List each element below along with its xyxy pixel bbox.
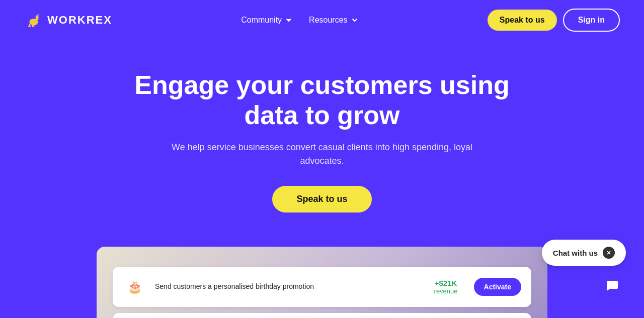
revenue-amount: +$21K [434, 279, 458, 287]
logo-text: WORKREX [47, 14, 112, 27]
promo-card: 🎂 Send customers a personalised birthday… [113, 267, 531, 307]
chevron-down-icon [351, 16, 359, 24]
promo-cards-list: 🎂 Send customers a personalised birthday… [113, 267, 531, 318]
card-revenue: +$21K revenue [434, 279, 458, 295]
revenue-label: revenue [434, 287, 458, 295]
nav-community[interactable]: Community [241, 16, 293, 25]
hero-section: Engage your customers using data to grow… [0, 40, 644, 233]
activate-button[interactable]: Activate [474, 278, 521, 296]
svg-point-4 [36, 16, 38, 18]
chat-open-button[interactable] [598, 272, 626, 300]
header-actions: Speak to us Sign in [488, 9, 620, 32]
chevron-down-icon [285, 16, 293, 24]
svg-rect-5 [38, 15, 39, 16]
header: WORKREX Community Resources Speak to us … [0, 0, 644, 40]
nav-resources[interactable]: Resources [309, 16, 358, 25]
dashboard-preview: 🎂 Send customers a personalised birthday… [97, 247, 547, 318]
hero-subtitle: We help service businesses convert casua… [166, 141, 478, 168]
logo-dino-icon [24, 11, 43, 30]
chat-widget: Chat with us × [542, 240, 626, 300]
card-title: Send customers a personalised birthday p… [155, 282, 314, 290]
speak-to-us-button-hero[interactable]: Speak to us [272, 186, 371, 213]
chat-close-button[interactable]: × [603, 247, 615, 259]
promo-card: 🏷️ Reward customers once they reach $1K … [113, 313, 531, 318]
chat-bubble: Chat with us × [542, 240, 626, 266]
chat-label: Chat with us [553, 249, 598, 257]
chat-icon [605, 279, 619, 293]
card-icon: 🎂 [123, 275, 147, 299]
hero-title: Engage your customers using data to grow [121, 70, 523, 131]
logo-area: WORKREX [24, 11, 112, 30]
main-nav: Community Resources [241, 16, 358, 25]
card-text: Send customers a personalised birthday p… [155, 282, 426, 292]
speak-to-us-button-header[interactable]: Speak to us [488, 10, 557, 31]
sign-in-button[interactable]: Sign in [563, 9, 620, 32]
